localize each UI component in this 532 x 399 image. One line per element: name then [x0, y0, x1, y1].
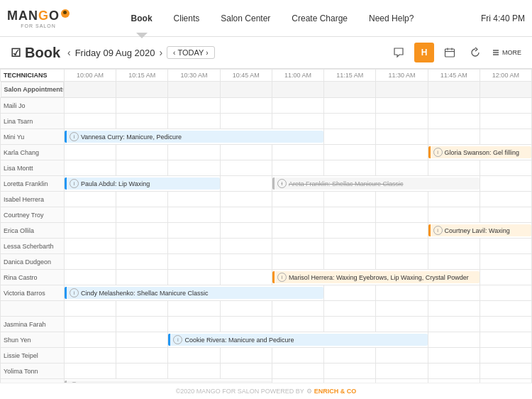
empty-time-cell[interactable] [272, 114, 323, 129]
empty-time-cell[interactable] [428, 301, 480, 317]
empty-time-cell[interactable] [324, 379, 376, 383]
info-icon[interactable]: i [70, 288, 79, 297]
empty-time-cell[interactable] [168, 270, 220, 285]
empty-time-cell[interactable] [480, 98, 531, 114]
empty-time-cell[interactable] [272, 348, 323, 364]
empty-time-cell[interactable] [376, 317, 428, 332]
empty-time-cell[interactable] [116, 332, 168, 348]
empty-time-cell[interactable] [65, 223, 116, 239]
empty-time-cell[interactable] [428, 317, 480, 332]
empty-time-cell[interactable] [220, 239, 272, 254]
empty-time-cell[interactable] [65, 348, 116, 364]
more-button[interactable]: MORE [491, 48, 521, 58]
empty-time-cell[interactable] [220, 270, 272, 285]
empty-time-cell[interactable] [480, 285, 531, 301]
empty-time-cell[interactable] [272, 239, 323, 254]
empty-time-cell[interactable] [480, 114, 531, 129]
empty-time-cell[interactable] [272, 98, 323, 114]
nav-create-charge[interactable]: Create Charge [292, 10, 348, 27]
salon-appt-cell[interactable] [65, 82, 116, 98]
salon-appt-cell[interactable] [272, 82, 323, 98]
empty-time-cell[interactable] [480, 192, 531, 207]
empty-time-cell[interactable] [428, 348, 480, 364]
nav-clients[interactable]: Clients [174, 10, 200, 27]
empty-time-cell[interactable] [324, 223, 376, 239]
empty-time-cell[interactable] [220, 317, 272, 332]
empty-time-cell[interactable] [116, 223, 168, 239]
empty-time-cell[interactable] [116, 207, 168, 223]
empty-time-cell[interactable] [376, 145, 428, 160]
empty-time-cell[interactable] [324, 364, 376, 379]
empty-time-cell[interactable] [116, 348, 168, 364]
empty-time-cell[interactable] [376, 129, 428, 145]
empty-time-cell[interactable] [428, 285, 480, 301]
empty-time-cell[interactable] [428, 98, 480, 114]
empty-time-cell[interactable] [116, 254, 168, 270]
chat-icon-btn[interactable] [389, 43, 409, 62]
today-button[interactable]: ‹ TODAY › [167, 46, 215, 59]
appointment-cell[interactable]: iCindy Melashenko: Shellac Manicure Clas… [65, 285, 324, 301]
appointment-cell[interactable]: iGloria Swanson: Gel filling [428, 145, 531, 160]
empty-time-cell[interactable] [168, 301, 220, 317]
empty-time-cell[interactable] [220, 98, 272, 114]
info-icon[interactable]: i [277, 273, 287, 282]
empty-time-cell[interactable] [220, 348, 272, 364]
empty-time-cell[interactable] [324, 239, 376, 254]
empty-time-cell[interactable] [376, 301, 428, 317]
empty-time-cell[interactable] [168, 160, 220, 176]
empty-time-cell[interactable] [65, 317, 116, 332]
empty-time-cell[interactable] [480, 317, 531, 332]
empty-time-cell[interactable] [428, 254, 480, 270]
empty-time-cell[interactable] [324, 192, 376, 207]
empty-time-cell[interactable] [116, 192, 168, 207]
empty-time-cell[interactable] [324, 129, 376, 145]
empty-time-cell[interactable] [480, 270, 531, 285]
empty-time-cell[interactable] [116, 317, 168, 332]
empty-time-cell[interactable] [428, 114, 480, 129]
empty-time-cell[interactable] [168, 239, 220, 254]
appointment-cell[interactable]: iMarisol Herrera: Waxing Eyebrows, Lip W… [272, 270, 480, 285]
salon-appt-cell[interactable] [480, 82, 531, 98]
empty-time-cell[interactable] [480, 379, 531, 383]
empty-time-cell[interactable] [376, 114, 428, 129]
empty-time-cell[interactable] [116, 364, 168, 379]
appointment-cell[interactable]: iLorena Villeda: Lip Waxing, Waxing Eyeb… [65, 379, 272, 383]
empty-time-cell[interactable] [428, 192, 480, 207]
empty-time-cell[interactable] [65, 114, 116, 129]
empty-time-cell[interactable] [65, 270, 116, 285]
empty-time-cell[interactable] [272, 301, 323, 317]
empty-time-cell[interactable] [376, 254, 428, 270]
empty-time-cell[interactable] [272, 207, 323, 223]
empty-time-cell[interactable] [116, 114, 168, 129]
empty-time-cell[interactable] [272, 364, 323, 379]
empty-time-cell[interactable] [168, 145, 220, 160]
empty-time-cell[interactable] [480, 239, 531, 254]
empty-time-cell[interactable] [65, 207, 116, 223]
empty-time-cell[interactable] [220, 207, 272, 223]
empty-time-cell[interactable] [272, 317, 323, 332]
salon-appt-cell[interactable] [220, 82, 272, 98]
empty-time-cell[interactable] [324, 285, 376, 301]
empty-time-cell[interactable] [480, 364, 531, 379]
empty-time-cell[interactable] [376, 348, 428, 364]
h-button[interactable]: H [414, 43, 434, 62]
empty-time-cell[interactable] [480, 301, 531, 317]
empty-time-cell[interactable] [65, 254, 116, 270]
nav-need-help[interactable]: Need Help? [369, 10, 414, 27]
salon-appt-cell[interactable] [168, 82, 220, 98]
info-icon[interactable]: i [433, 226, 443, 235]
empty-time-cell[interactable] [220, 301, 272, 317]
empty-time-cell[interactable] [480, 348, 531, 364]
empty-time-cell[interactable] [65, 98, 116, 114]
salon-appt-cell[interactable] [376, 82, 428, 98]
salon-appt-cell[interactable] [116, 82, 168, 98]
empty-time-cell[interactable] [428, 332, 480, 348]
empty-time-cell[interactable] [324, 317, 376, 332]
empty-time-cell[interactable] [116, 301, 168, 317]
empty-time-cell[interactable] [480, 160, 531, 176]
nav-salon-center[interactable]: Salon Center [221, 10, 270, 27]
empty-time-cell[interactable] [376, 223, 428, 239]
info-icon[interactable]: i [277, 179, 287, 188]
empty-time-cell[interactable] [480, 129, 531, 145]
salon-appt-cell[interactable] [324, 82, 376, 98]
